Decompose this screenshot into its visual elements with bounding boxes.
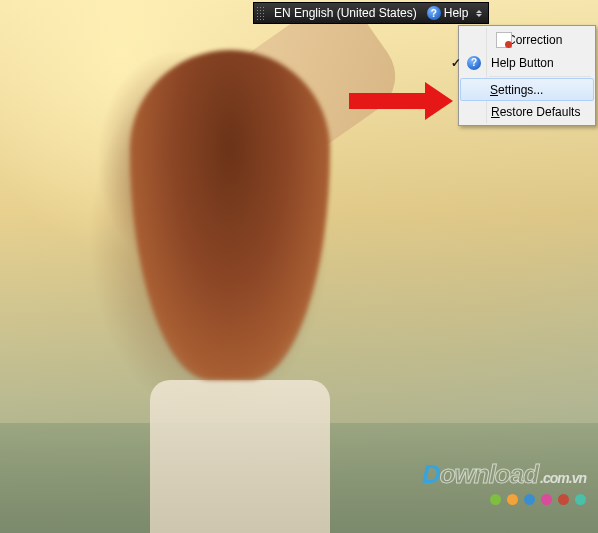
help-label: Help xyxy=(444,6,469,20)
toolbar-grip[interactable] xyxy=(256,6,264,20)
menu-item-correction[interactable]: Correction xyxy=(461,28,593,51)
dot xyxy=(558,494,569,505)
menu-item-settings[interactable]: Settings... xyxy=(460,78,594,101)
language-label: EN English (United States) xyxy=(274,6,417,20)
dot xyxy=(490,494,501,505)
menu-item-help-button[interactable]: ? Help Button xyxy=(461,51,593,74)
menu-item-label: Help Button xyxy=(491,56,554,70)
annotation-arrow xyxy=(349,82,459,118)
help-button[interactable]: ? Help xyxy=(423,6,473,20)
menu-item-label: Restore Defaults xyxy=(491,105,580,119)
chevron-up-icon xyxy=(476,10,482,13)
watermark: Download.com.vn xyxy=(422,459,586,505)
language-toolbar: EN English (United States) ? Help xyxy=(253,2,489,24)
help-icon: ? xyxy=(466,55,482,71)
dot xyxy=(541,494,552,505)
language-selector[interactable]: EN English (United States) xyxy=(268,6,423,20)
menu-item-restore-defaults[interactable]: Restore Defaults xyxy=(461,100,593,123)
toolbar-options-button[interactable] xyxy=(472,10,486,17)
watermark-text: Download.com.vn xyxy=(422,459,586,490)
help-icon: ? xyxy=(427,6,441,20)
check-icon xyxy=(449,55,463,71)
menu-item-label: Settings... xyxy=(490,83,543,97)
menu-item-label: Correction xyxy=(507,33,562,47)
dot xyxy=(575,494,586,505)
chevron-down-icon xyxy=(476,14,482,17)
dot xyxy=(507,494,518,505)
watermark-dots xyxy=(422,494,586,505)
dot xyxy=(524,494,535,505)
correction-icon xyxy=(496,32,512,48)
menu-separator xyxy=(489,76,591,77)
toolbar-options-menu: Correction ? Help Button Settings... Res… xyxy=(458,25,596,126)
